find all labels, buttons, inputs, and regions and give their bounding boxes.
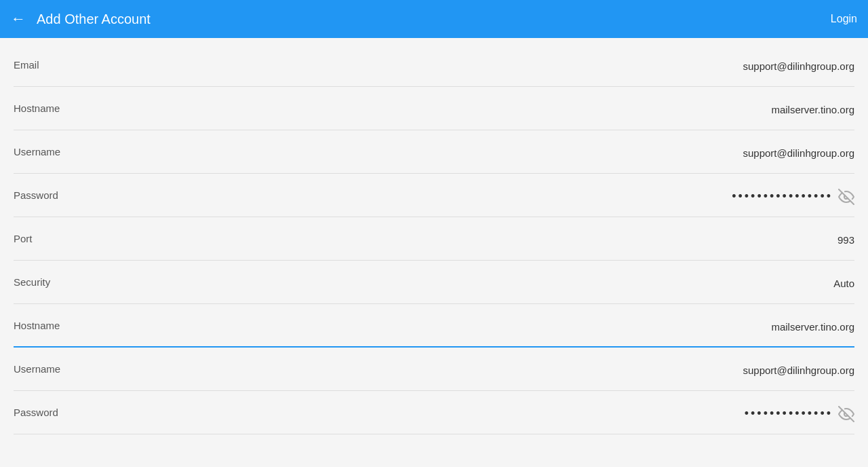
form-content: Emailsupport@dilinhgroup.orgHostnamemail…: [0, 38, 868, 440]
back-button[interactable]: ←: [11, 12, 26, 26]
field-password2[interactable]: ••••••••••••••: [95, 398, 854, 428]
label-email: Email: [14, 59, 95, 71]
header-left: ← Add Other Account: [11, 12, 151, 27]
field-port[interactable]: 993: [95, 226, 854, 251]
inner-row-hostname2: Hostnamemailserver.tino.org: [14, 304, 854, 348]
field-security[interactable]: Auto: [95, 269, 854, 295]
value-port: 993: [95, 226, 854, 251]
form-row-username1: Usernamesupport@dilinhgroup.org: [0, 130, 868, 174]
form-row-password1: Password••••••••••••••••: [0, 174, 868, 217]
form-row-email: Emailsupport@dilinhgroup.org: [0, 43, 868, 87]
form-row-username2: Usernamesupport@dilinhgroup.org: [0, 348, 868, 391]
field-hostname2[interactable]: mailserver.tino.org: [95, 313, 854, 338]
form-row-hostname1: Hostnamemailserver.tino.org: [0, 87, 868, 130]
label-security: Security: [14, 276, 95, 288]
label-hostname2: Hostname: [14, 320, 95, 331]
inner-row-username2: Usernamesupport@dilinhgroup.org: [14, 348, 854, 391]
password-row-password2: ••••••••••••••: [95, 398, 854, 428]
inner-row-password1: Password••••••••••••••••: [14, 174, 854, 217]
value-username1: support@dilinhgroup.org: [95, 139, 854, 164]
inner-row-port: Port993: [14, 217, 854, 261]
field-username1[interactable]: support@dilinhgroup.org: [95, 139, 854, 164]
field-hostname1[interactable]: mailserver.tino.org: [95, 96, 854, 121]
page-title: Add Other Account: [37, 12, 151, 27]
eye-off-icon[interactable]: [838, 406, 854, 422]
label-password1: Password: [14, 189, 95, 201]
field-username2[interactable]: support@dilinhgroup.org: [95, 356, 854, 381]
form-row-hostname2: Hostnamemailserver.tino.org: [0, 304, 868, 348]
inner-row-password2: Password••••••••••••••: [14, 391, 854, 434]
login-button[interactable]: Login: [831, 13, 857, 25]
form-row-security: SecurityAuto: [0, 261, 868, 304]
field-email[interactable]: support@dilinhgroup.org: [95, 52, 854, 77]
password-row-password1: ••••••••••••••••: [95, 181, 854, 210]
inner-row-email: Emailsupport@dilinhgroup.org: [14, 43, 854, 87]
value-hostname1: mailserver.tino.org: [95, 96, 854, 121]
label-username1: Username: [14, 146, 95, 157]
value-email: support@dilinhgroup.org: [95, 52, 854, 77]
value-password2: ••••••••••••••: [745, 407, 833, 421]
value-security: Auto: [95, 269, 854, 295]
label-hostname1: Hostname: [14, 102, 95, 114]
inner-row-security: SecurityAuto: [14, 261, 854, 304]
value-hostname2: mailserver.tino.org: [95, 313, 854, 338]
label-username2: Username: [14, 363, 95, 375]
label-port: Port: [14, 233, 95, 244]
value-username2: support@dilinhgroup.org: [95, 356, 854, 381]
app-header: ← Add Other Account Login: [0, 0, 868, 38]
form-row-port: Port993: [0, 217, 868, 261]
inner-row-hostname1: Hostnamemailserver.tino.org: [14, 87, 854, 130]
field-password1[interactable]: ••••••••••••••••: [95, 181, 854, 210]
form-row-password2: Password••••••••••••••: [0, 391, 868, 434]
eye-off-icon[interactable]: [838, 189, 854, 205]
label-password2: Password: [14, 407, 95, 418]
value-password1: ••••••••••••••••: [732, 189, 833, 204]
inner-row-username1: Usernamesupport@dilinhgroup.org: [14, 130, 854, 174]
